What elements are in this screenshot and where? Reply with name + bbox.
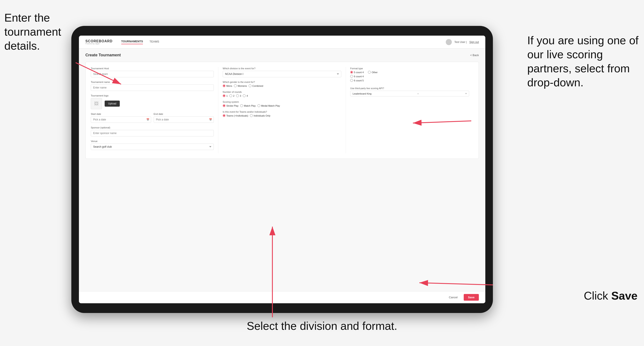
tournament-logo-label: Tournament logo — [91, 94, 214, 97]
scoring-medal-match[interactable]: Medal Match Play — [258, 104, 280, 107]
page-content: Create Tournament Back Tournament Host T… — [79, 49, 485, 291]
back-link[interactable]: Back — [470, 53, 479, 57]
venue-group: Venue Search golf club — [91, 140, 214, 150]
sponsor-group: Sponsor (optional) — [91, 126, 214, 136]
form-footer: Cancel Save — [79, 291, 485, 303]
live-scoring-clear-icon[interactable]: × — [418, 92, 419, 95]
upload-button[interactable]: Upload — [105, 101, 120, 107]
cancel-button[interactable]: Cancel — [445, 294, 461, 301]
gender-combined[interactable]: Combined — [248, 84, 263, 87]
logo-placeholder-icon: 🖼 — [91, 98, 102, 109]
scoring-label: Scoring system — [223, 101, 341, 103]
tournament-host-input[interactable] — [91, 71, 214, 77]
rounds-4[interactable]: 4 — [243, 94, 248, 97]
nav-tournaments[interactable]: TOURNAMENTS — [121, 40, 143, 44]
start-date-input[interactable] — [91, 116, 151, 123]
page-header: Create Tournament Back — [86, 53, 479, 57]
live-scoring-dropdown[interactable]: Leaderboard King × ▾ — [350, 91, 469, 96]
scoring-radio-group: Stroke Play Match Play Medal Match Play — [223, 104, 341, 107]
date-group: Start date 📅 End date 📅 — [91, 113, 214, 123]
start-date-group: Start date 📅 — [91, 113, 151, 123]
format-row-2: 6 count 4 — [350, 75, 469, 78]
individuals-only[interactable]: Individuals Only — [250, 114, 270, 117]
format-6count4[interactable]: 6 count 4 — [350, 75, 364, 78]
venue-label: Venue — [91, 140, 214, 143]
form-col-3: Format type 5 count 4 Other — [346, 67, 474, 154]
tournament-logo-group: Tournament logo 🖼 Upload — [91, 94, 214, 109]
format-row-1: 5 count 4 Other — [350, 71, 469, 74]
nav-right: Test User | Sign out — [446, 39, 479, 45]
end-date-wrapper: 📅 — [154, 116, 214, 123]
user-text: Test User | — [454, 41, 467, 44]
live-scoring-label: Use third-party live scoring API? — [350, 87, 469, 90]
rounds-group: Number of rounds 1 2 — [223, 91, 341, 97]
end-date-label: End date — [154, 113, 214, 115]
rounds-1[interactable]: 1 — [223, 94, 228, 97]
create-tournament-form: Tournament Host Tournament name Tourname… — [86, 62, 479, 159]
nav-items: TOURNAMENTS TEAMS — [121, 40, 159, 44]
tablet-device: SCOREBOARD Powered by clippit TOURNAMENT… — [71, 26, 493, 313]
scoring-match[interactable]: Match Play — [240, 104, 256, 107]
format-row-3: 6 count 5 — [350, 79, 469, 82]
format-5count4[interactable]: 5 count 4 — [350, 71, 364, 74]
live-scoring-group: Use third-party live scoring API? Leader… — [350, 87, 469, 96]
teams-radio-group: Teams (+Individuals) Individuals Only — [223, 114, 341, 117]
start-date-wrapper: 📅 — [91, 116, 151, 123]
rounds-3[interactable]: 3 — [236, 94, 241, 97]
navbar: SCOREBOARD Powered by clippit TOURNAMENT… — [79, 36, 485, 49]
end-date-calendar-icon: 📅 — [209, 118, 212, 121]
user-avatar — [446, 39, 452, 45]
tournament-name-label: Tournament name — [91, 81, 214, 83]
format-type-group: Format type 5 count 4 Other — [350, 67, 469, 82]
format-type-label: Format type — [350, 67, 469, 70]
venue-select[interactable]: Search golf club — [91, 144, 214, 150]
annotation-bottom-right: Click Save — [584, 289, 638, 303]
annotation-top-right: If you are using one of our live scoring… — [527, 33, 640, 90]
division-label: Which division is the event for? — [223, 67, 341, 70]
tournament-name-input[interactable] — [91, 84, 214, 91]
tournament-host-label: Tournament Host — [91, 67, 214, 70]
logo-upload-area: 🖼 Upload — [91, 98, 214, 109]
end-date-group: End date 📅 — [154, 113, 214, 123]
tournament-name-group: Tournament name — [91, 81, 214, 91]
format-6count5[interactable]: 6 count 5 — [350, 79, 364, 82]
sign-out-link[interactable]: Sign out — [469, 41, 479, 44]
gender-group: Which gender is the event for? Mens Wome… — [223, 81, 341, 87]
rounds-2[interactable]: 2 — [229, 94, 234, 97]
scoring-group: Scoring system Stroke Play Match Play — [223, 101, 341, 107]
format-type-grid: 5 count 4 Other 6 count 4 — [350, 71, 469, 82]
date-row: Start date 📅 End date 📅 — [91, 113, 214, 123]
form-col-1: Tournament Host Tournament name Tourname… — [91, 67, 218, 154]
annotation-bottom-center: Select the division and format. — [247, 319, 397, 333]
live-scoring-chevron-icon[interactable]: ▾ — [466, 92, 467, 95]
gender-label: Which gender is the event for? — [223, 81, 341, 83]
live-scoring-value: Leaderboard King — [352, 92, 372, 95]
gender-mens[interactable]: Mens — [223, 84, 232, 87]
scoring-stroke[interactable]: Stroke Play — [223, 104, 238, 107]
save-button[interactable]: Save — [464, 294, 479, 301]
sponsor-label: Sponsor (optional) — [91, 126, 214, 129]
rounds-label: Number of rounds — [223, 91, 341, 93]
gender-radio-group: Mens Womens Combined — [223, 84, 341, 87]
teams-plus-individuals[interactable]: Teams (+Individuals) — [223, 114, 248, 117]
tablet-screen: SCOREBOARD Powered by clippit TOURNAMENT… — [79, 36, 485, 303]
end-date-input[interactable] — [154, 116, 214, 123]
start-date-label: Start date — [91, 113, 151, 115]
page-title: Create Tournament — [86, 53, 121, 57]
form-col-2: Which division is the event for? NCAA Di… — [218, 67, 346, 154]
sponsor-input[interactable] — [91, 130, 214, 136]
gender-womens[interactable]: Womens — [234, 84, 247, 87]
start-date-calendar-icon: 📅 — [146, 118, 150, 121]
division-group: Which division is the event for? NCAA Di… — [223, 67, 341, 77]
division-select[interactable]: NCAA Division I — [223, 71, 341, 77]
rounds-radio-group: 1 2 3 4 — [223, 94, 341, 97]
tournament-host-group: Tournament Host — [91, 67, 214, 77]
annotation-top-left: Enter the tournament details. — [4, 11, 95, 53]
teams-label: Is this event for Teams and/or Individua… — [223, 111, 341, 113]
teams-group: Is this event for Teams and/or Individua… — [223, 111, 341, 117]
format-other[interactable]: Other — [368, 71, 378, 74]
nav-teams[interactable]: TEAMS — [150, 40, 159, 44]
